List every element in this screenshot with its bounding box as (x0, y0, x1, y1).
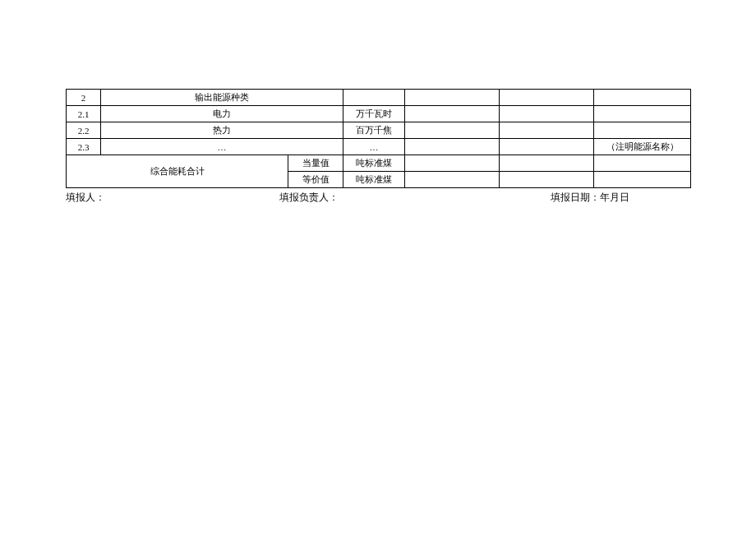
footer-date: 填报日期：年月日 (526, 191, 690, 205)
cell-unit: 万千瓦时 (343, 106, 405, 122)
cell-unit (343, 90, 405, 106)
footer-reporter: 填报人： (66, 191, 279, 205)
cell-unit: … (343, 139, 405, 155)
footer-responsible: 填报负责人： (279, 191, 526, 205)
cell-note (594, 122, 691, 139)
cell-value (500, 106, 594, 122)
cell-note: （注明能源名称） (594, 139, 691, 155)
table-row: 2.3 … … （注明能源名称） (67, 139, 691, 155)
energy-table: 2 输出能源种类 2.1 电力 万千瓦时 2.2 热力 (66, 89, 691, 188)
cell-value (500, 155, 594, 172)
cell-summary-label: 综合能耗合计 (67, 155, 288, 188)
cell-name: 电力 (101, 106, 343, 122)
table-row-summary: 综合能耗合计 当量值 吨标准煤 (67, 155, 691, 172)
cell-name: 热力 (101, 122, 343, 139)
cell-unit: 吨标准煤 (343, 155, 405, 172)
cell-value (500, 122, 594, 139)
footer-row: 填报人： 填报负责人： 填报日期：年月日 (66, 191, 690, 205)
cell-value (405, 122, 500, 139)
cell-index: 2 (67, 90, 101, 106)
cell-value (405, 139, 500, 155)
cell-note (594, 155, 691, 172)
cell-value (405, 155, 500, 172)
cell-value (405, 90, 500, 106)
cell-index: 2.1 (67, 106, 101, 122)
cell-note (594, 172, 691, 188)
cell-unit: 百万千焦 (343, 122, 405, 139)
cell-value (405, 106, 500, 122)
cell-name: … (101, 139, 343, 155)
cell-value (405, 172, 500, 188)
cell-index: 2.3 (67, 139, 101, 155)
cell-sub: 当量值 (288, 155, 343, 172)
cell-sub: 等价值 (288, 172, 343, 188)
page: 2 输出能源种类 2.1 电力 万千瓦时 2.2 热力 (0, 0, 756, 535)
energy-table-wrap: 2 输出能源种类 2.1 电力 万千瓦时 2.2 热力 (66, 89, 690, 188)
cell-unit: 吨标准煤 (343, 172, 405, 188)
table-row: 2.2 热力 百万千焦 (67, 122, 691, 139)
cell-note (594, 106, 691, 122)
cell-name: 输出能源种类 (101, 90, 343, 106)
cell-value (500, 172, 594, 188)
cell-index: 2.2 (67, 122, 101, 139)
table-row: 2.1 电力 万千瓦时 (67, 106, 691, 122)
cell-note (594, 90, 691, 106)
cell-value (500, 90, 594, 106)
cell-value (500, 139, 594, 155)
table-row: 2 输出能源种类 (67, 90, 691, 106)
